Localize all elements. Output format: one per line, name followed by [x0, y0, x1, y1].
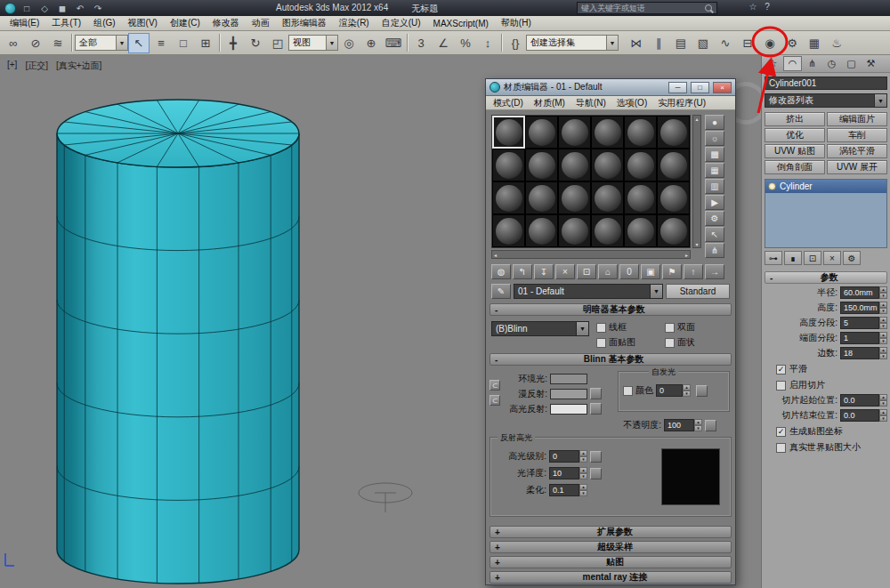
keyboard-shortcut-override-icon[interactable]: ⌨: [383, 33, 404, 53]
spinner-down-icon[interactable]: ▾: [879, 353, 887, 359]
pin-stack-icon[interactable]: ⊶: [765, 251, 782, 265]
shader-type-dropdown[interactable]: (B)Blinn ▼: [491, 321, 589, 336]
remove-modifier-icon[interactable]: ×: [823, 251, 841, 265]
modifier-list-dropdown[interactable]: 修改器列表 ▼: [765, 93, 887, 108]
favorites-star-icon[interactable]: ☆: [746, 2, 760, 12]
stack-item-cylinder[interactable]: Cylinder: [765, 180, 886, 193]
3dsmax-logo-icon[interactable]: [4, 3, 16, 14]
collapsed-rollout-header[interactable]: + mental ray 连接: [490, 571, 732, 584]
material-sample-slot[interactable]: [558, 149, 591, 181]
menu-item[interactable]: 编辑(E): [4, 17, 45, 29]
make-material-unique-icon[interactable]: ⊡: [577, 264, 596, 279]
menu-item[interactable]: 图形编辑器: [276, 17, 333, 29]
dropdown-arrow-icon[interactable]: ▼: [576, 322, 588, 335]
dropdown-arrow-icon[interactable]: ▼: [874, 94, 886, 107]
material-type-button[interactable]: Standard: [666, 284, 730, 299]
parameter-value[interactable]: 18: [840, 347, 879, 359]
align-icon[interactable]: ∥: [648, 33, 669, 53]
put-to-library-icon[interactable]: ⌂: [598, 264, 618, 279]
material-sample-slot[interactable]: [591, 116, 624, 149]
smooth-checkbox[interactable]: ✓: [776, 365, 786, 375]
window-crossing-icon[interactable]: ⊞: [195, 33, 216, 53]
self-illumination-color-checkbox[interactable]: [623, 386, 633, 396]
cylinder-object[interactable]: [57, 100, 299, 584]
menu-item[interactable]: 帮助(H): [495, 17, 538, 29]
self-illumination-spinner[interactable]: 0 ▴ ▾: [656, 384, 691, 397]
glossiness-value[interactable]: 10: [549, 467, 579, 479]
material-editor-icon[interactable]: ◉: [759, 33, 781, 53]
select-and-link-icon[interactable]: ∞: [3, 33, 24, 53]
show-end-result-stack-icon[interactable]: ∎: [784, 251, 802, 265]
shader-rollout-header[interactable]: - 明暗器基本参数: [490, 303, 732, 316]
undo-icon[interactable]: ↶: [73, 2, 87, 14]
show-end-result-icon[interactable]: ⚑: [662, 264, 682, 279]
dropdown-arrow-icon[interactable]: ▼: [650, 285, 662, 298]
select-object-icon[interactable]: ↖: [128, 33, 150, 53]
object-name-field[interactable]: Cylinder001: [765, 77, 887, 90]
parameter-value[interactable]: 0.0: [840, 394, 879, 407]
helper-gizmo[interactable]: [359, 483, 412, 512]
snap-toggle-3d-icon[interactable]: 3: [410, 33, 432, 53]
get-material-icon[interactable]: ◍: [491, 264, 511, 279]
material-id-channel-icon[interactable]: 0: [619, 264, 639, 279]
material-name-dropdown[interactable]: 01 - Default ▼: [514, 284, 663, 299]
material-sample-slot[interactable]: [624, 214, 657, 247]
viewport-pov-menu[interactable]: [正交]: [25, 60, 48, 72]
material-sample-slot[interactable]: [657, 116, 690, 149]
material-sample-slot[interactable]: [492, 181, 525, 214]
soften-value[interactable]: 0.1: [549, 484, 579, 496]
spinner-down-icon[interactable]: ▾: [879, 293, 887, 299]
shader-checkbox[interactable]: [596, 338, 606, 348]
collapsed-rollout-header[interactable]: + 贴图: [490, 556, 732, 568]
ambient-diffuse-lock-icon[interactable]: ⊂: [490, 380, 500, 391]
opacity-map-button[interactable]: [705, 420, 716, 431]
shader-checkbox[interactable]: [665, 338, 675, 348]
select-and-rotate-icon[interactable]: ↻: [245, 33, 266, 53]
menu-item[interactable]: 材质(M): [529, 97, 570, 109]
menu-item[interactable]: 视图(V): [122, 17, 164, 29]
specular-level-map-button[interactable]: [590, 451, 602, 463]
tab-modify-icon[interactable]: ◠: [783, 56, 802, 71]
material-sample-slot[interactable]: [558, 214, 591, 247]
modifier-button[interactable]: 挤出: [765, 112, 825, 126]
save-file-icon[interactable]: ◼: [55, 2, 69, 14]
material-sample-slot[interactable]: [657, 149, 690, 181]
material-options-icon[interactable]: ⚙: [705, 211, 724, 226]
parameter-spinner[interactable]: 18 ▴ ▾: [840, 347, 887, 359]
diffuse-color-swatch[interactable]: [550, 389, 587, 399]
reference-coordinate-dropdown[interactable]: 视图 ▼: [288, 35, 338, 51]
minimize-button[interactable]: ─: [668, 82, 687, 93]
generate-mapping-checkbox[interactable]: ✓: [776, 427, 786, 437]
modifier-button[interactable]: 涡轮平滑: [827, 144, 887, 158]
scroll-right-icon[interactable]: ▸: [685, 252, 688, 258]
material-sample-slot[interactable]: [525, 214, 558, 247]
menu-item[interactable]: 动画: [246, 17, 276, 29]
modifier-button[interactable]: 优化: [765, 128, 825, 142]
new-scene-icon[interactable]: □: [20, 2, 34, 14]
spinner-down-icon[interactable]: ▾: [879, 308, 887, 314]
layer-manager-icon[interactable]: ▤: [670, 33, 692, 53]
material-sample-slot[interactable]: [591, 214, 624, 247]
schematic-view-icon[interactable]: ⊟: [737, 33, 758, 53]
spinner-up-icon[interactable]: ▴: [683, 384, 691, 391]
parameter-value[interactable]: 0.0: [840, 409, 879, 422]
shader-checkbox[interactable]: [596, 323, 606, 333]
material-editor-titlebar[interactable]: 材质编辑器 - 01 - Default ─ □ ×: [486, 79, 735, 96]
select-and-move-icon[interactable]: ╋: [222, 33, 244, 53]
parameter-spinner[interactable]: 1 ▴ ▾: [840, 332, 887, 344]
scroll-left-icon[interactable]: ◂: [494, 252, 497, 258]
parameter-value[interactable]: 5: [840, 317, 879, 329]
scroll-up-icon[interactable]: ▴: [695, 116, 698, 122]
menu-item[interactable]: 创建(C): [164, 17, 206, 29]
bind-to-space-warp-icon[interactable]: ≋: [47, 33, 69, 53]
spinner-down-icon[interactable]: ▾: [879, 415, 887, 422]
video-color-check-icon[interactable]: ▥: [705, 179, 724, 194]
assign-material-to-selection-icon[interactable]: ↧: [534, 264, 554, 279]
material-sample-slot[interactable]: [525, 181, 558, 214]
go-to-parent-icon[interactable]: ↑: [684, 264, 703, 279]
material-sample-slot[interactable]: [591, 181, 624, 214]
spinner-down-icon[interactable]: ▾: [683, 391, 691, 397]
material-sample-slot[interactable]: [492, 214, 525, 247]
rendered-frame-window-icon[interactable]: ▦: [804, 33, 825, 53]
real-world-checkbox[interactable]: [776, 443, 786, 453]
